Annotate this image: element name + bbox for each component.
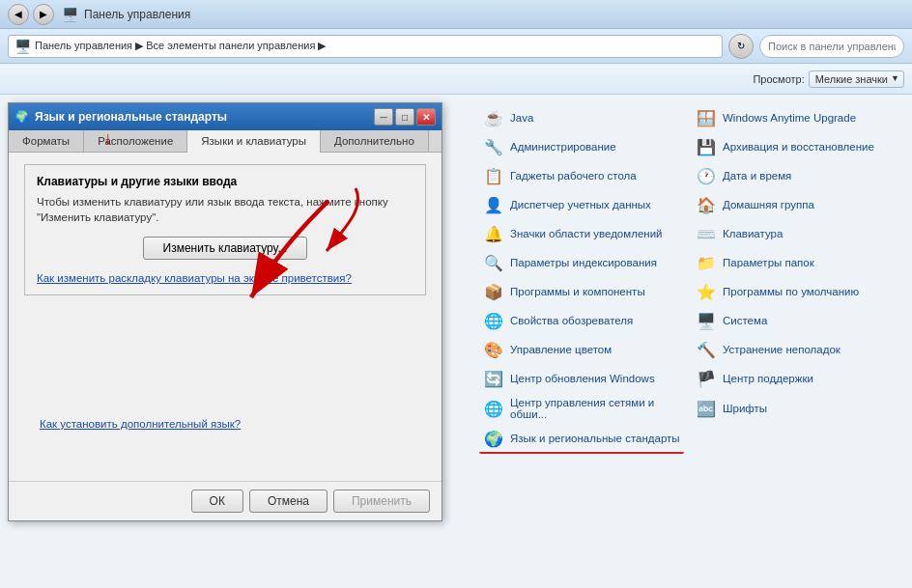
dialog-title-text: Язык и региональные стандарты	[35, 110, 227, 124]
cp-item-fonts[interactable]: 🔤 Шрифты	[692, 394, 897, 423]
network-icon: 🌐	[483, 398, 504, 419]
language-dialog: 🌍 Язык и региональные стандарты ─ □ ✕ Фо…	[8, 102, 442, 521]
breadcrumb-text: Панель управления ▶ Все элементы панели …	[35, 40, 326, 52]
view-selector: Просмотр: Мелкие значки ▼	[753, 70, 904, 88]
tab-languages-label: Языки и клавиатуры	[201, 135, 306, 147]
change-keyboard-button[interactable]: Изменить клавиатуру...	[143, 237, 308, 260]
dialog-spacer: Как установить дополнительный язык?	[24, 295, 426, 469]
install-link[interactable]: Как установить дополнительный язык?	[40, 418, 241, 430]
tab-advanced-label: Дополнительно	[334, 135, 414, 147]
button-area: Изменить клавиатуру...	[37, 237, 413, 260]
cp-item-troubleshoot[interactable]: 🔨 Устранение неполадок	[692, 336, 897, 363]
cp-item-language-label: Язык и региональные стандарты	[510, 433, 680, 444]
cp-item-system-label: Система	[723, 315, 767, 326]
dialog-maximize-button[interactable]: □	[395, 108, 414, 126]
indexing-icon: 🔍	[483, 252, 504, 273]
apply-button[interactable]: Применить	[333, 490, 430, 513]
cp-item-ie-label: Свойства обозревателя	[510, 315, 633, 326]
system-icon: 🖥️	[696, 310, 717, 331]
tab-formats[interactable]: Форматы	[9, 130, 84, 152]
dialog-title-content: 🌍 Язык и региональные стандарты	[14, 110, 227, 124]
refresh-button[interactable]: ↻	[728, 34, 754, 59]
dialog-tabs: Форматы Расположение ↓ Языки и клавиатур…	[9, 130, 442, 153]
ok-button[interactable]: ОК	[191, 490, 243, 513]
forward-button[interactable]: ▶	[33, 4, 54, 25]
tab-advanced[interactable]: Дополнительно	[321, 130, 429, 152]
dialog-minimize-button[interactable]: ─	[374, 108, 393, 126]
cp-item-windows-update-label: Центр обновления Windows	[510, 373, 655, 384]
homegroup-icon: 🏠	[696, 194, 717, 215]
cp-item-backup-label: Архивация и восстановление	[723, 141, 874, 153]
cp-item-fonts-label: Шрифты	[723, 403, 767, 414]
tab-location[interactable]: Расположение ↓	[84, 130, 187, 152]
cp-item-ie-properties[interactable]: 🌐 Свойства обозревателя	[479, 307, 684, 334]
cp-item-language[interactable]: 🌍 Язык и региональные стандарты	[479, 425, 684, 454]
dropdown-arrow-icon: ▼	[891, 73, 899, 83]
section-title: Клавиатуры и другие языки ввода	[37, 175, 413, 188]
cp-item-homegroup[interactable]: 🏠 Домашняя группа	[692, 191, 897, 218]
cp-item-system[interactable]: 🖥️ Система	[692, 307, 897, 334]
cp-item-backup[interactable]: 💾 Архивация и восстановление	[692, 133, 897, 160]
cp-item-gadgets[interactable]: 📋 Гаджеты рабочего стола	[479, 162, 684, 189]
cp-item-folder-options[interactable]: 📁 Параметры папок	[692, 249, 897, 276]
dialog-content: Клавиатуры и другие языки ввода Чтобы из…	[9, 153, 442, 481]
view-dropdown[interactable]: Мелкие значки ▼	[809, 70, 904, 88]
java-icon: ☕	[483, 107, 504, 128]
cp-item-support-center[interactable]: 🏴 Центр поддержки	[692, 365, 897, 392]
cp-item-troubleshoot-label: Устранение неполадок	[723, 344, 841, 355]
windows-anytime-icon: 🪟	[696, 107, 717, 128]
cancel-button[interactable]: Отмена	[249, 490, 328, 513]
cp-item-notifications[interactable]: 🔔 Значки области уведомлений	[479, 220, 684, 247]
cp-item-indexing[interactable]: 🔍 Параметры индексирования	[479, 249, 684, 276]
cp-item-default-programs-label: Программы по умолчанию	[723, 286, 859, 297]
screen-link[interactable]: Как изменить раскладку клавиатуры на экр…	[37, 272, 352, 284]
cp-item-admin-label: Администрирование	[510, 141, 616, 153]
cp-item-windows-anytime-label: Windows Anytime Upgrade	[723, 112, 856, 124]
dialog-title-controls: ─ □ ✕	[374, 108, 436, 126]
cp-item-network-center[interactable]: 🌐 Центр управления сетями и обши...	[479, 394, 684, 423]
window-title: Панель управления	[84, 8, 190, 21]
main-window: ◀ ▶ 🖥️ Панель управления 🖥️ Панель управ…	[0, 0, 912, 588]
cp-item-homegroup-label: Домашняя группа	[723, 199, 814, 210]
cp-item-gadgets-label: Гаджеты рабочего стола	[510, 170, 637, 182]
cp-item-windows-anytime[interactable]: 🪟 Windows Anytime Upgrade	[692, 104, 897, 131]
cp-item-credentials-label: Диспетчер учетных данных	[510, 199, 651, 210]
cp-item-windows-update[interactable]: 🔄 Центр обновления Windows	[479, 365, 684, 392]
dialog-button-row: ОК Отмена Применить	[9, 481, 442, 520]
cp-item-admin[interactable]: 🔧 Администрирование	[479, 133, 684, 160]
main-content: ☕ Java 🪟 Windows Anytime Upgrade 🔧 Админ…	[0, 95, 912, 588]
gadgets-icon: 📋	[483, 165, 504, 186]
toolbar: Просмотр: Мелкие значки ▼	[0, 64, 912, 95]
credentials-icon: 👤	[483, 194, 504, 215]
cp-item-credentials[interactable]: 👤 Диспетчер учетных данных	[479, 191, 684, 218]
backup-icon: 💾	[696, 136, 717, 157]
cp-item-datetime[interactable]: 🕐 Дата и время	[692, 162, 897, 189]
dialog-title-bar: 🌍 Язык и региональные стандарты ─ □ ✕	[9, 103, 442, 130]
title-bar: ◀ ▶ 🖥️ Панель управления	[0, 0, 912, 29]
cp-item-programs[interactable]: 📦 Программы и компоненты	[479, 278, 684, 305]
dialog-title-icon: 🌍	[14, 110, 29, 124]
keyboard-section: Клавиатуры и другие языки ввода Чтобы из…	[24, 164, 426, 295]
cp-item-java[interactable]: ☕ Java	[479, 104, 684, 131]
back-button[interactable]: ◀	[8, 4, 29, 25]
language-icon: 🌍	[483, 428, 504, 449]
ie-icon: 🌐	[483, 310, 504, 331]
window-icon: 🖥️	[62, 7, 78, 22]
cp-item-network-label: Центр управления сетями и обши...	[510, 397, 680, 420]
datetime-icon: 🕐	[696, 165, 717, 186]
cp-item-default-programs[interactable]: ⭐ Программы по умолчанию	[692, 278, 897, 305]
cp-item-color[interactable]: 🎨 Управление цветом	[479, 336, 684, 363]
view-label: Просмотр:	[753, 73, 804, 85]
tab-languages-keyboards[interactable]: Языки и клавиатуры	[187, 130, 321, 153]
programs-icon: 📦	[483, 281, 504, 302]
section-text: Чтобы изменить клавиатуру или язык ввода…	[37, 194, 413, 225]
cp-item-notifications-label: Значки области уведомлений	[510, 228, 662, 239]
search-input[interactable]	[759, 35, 904, 58]
dialog-close-button[interactable]: ✕	[416, 108, 436, 126]
keyboard-icon: ⌨️	[696, 223, 717, 244]
breadcrumb-icon: 🖥️	[14, 39, 31, 54]
cp-item-keyboard[interactable]: ⌨️ Клавиатура	[692, 220, 897, 247]
cp-items-grid: ☕ Java 🪟 Windows Anytime Upgrade 🔧 Админ…	[464, 95, 912, 588]
breadcrumb[interactable]: 🖥️ Панель управления ▶ Все элементы пане…	[8, 35, 723, 58]
folder-options-icon: 📁	[696, 252, 717, 273]
